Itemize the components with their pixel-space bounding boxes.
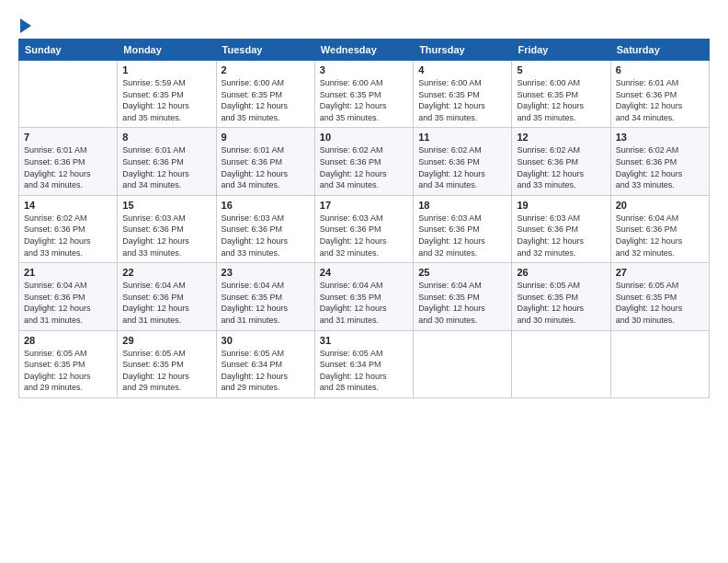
day-number: 24 [320, 267, 408, 278]
week-row-5: 28Sunrise: 6:05 AM Sunset: 6:35 PM Dayli… [19, 330, 710, 397]
day-number: 22 [122, 267, 210, 278]
day-number: 13 [616, 132, 704, 143]
day-number: 25 [418, 267, 506, 278]
day-cell: 16Sunrise: 6:03 AM Sunset: 6:36 PM Dayli… [216, 195, 314, 262]
day-detail: Sunrise: 6:03 AM Sunset: 6:36 PM Dayligh… [222, 213, 310, 259]
day-detail: Sunrise: 6:04 AM Sunset: 6:35 PM Dayligh… [222, 280, 310, 326]
day-detail: Sunrise: 6:05 AM Sunset: 6:35 PM Dayligh… [517, 280, 605, 326]
day-number: 28 [24, 335, 112, 346]
day-number: 9 [222, 132, 310, 143]
day-number: 10 [320, 132, 408, 143]
day-cell: 6Sunrise: 6:01 AM Sunset: 6:36 PM Daylig… [610, 61, 709, 128]
day-detail: Sunrise: 6:04 AM Sunset: 6:36 PM Dayligh… [122, 280, 210, 326]
day-number: 23 [222, 267, 310, 278]
day-cell: 25Sunrise: 6:04 AM Sunset: 6:35 PM Dayli… [414, 263, 512, 330]
day-cell [19, 61, 118, 128]
day-number: 20 [616, 200, 704, 211]
day-detail: Sunrise: 6:04 AM Sunset: 6:36 PM Dayligh… [24, 280, 112, 326]
logo [18, 18, 31, 33]
day-number: 27 [616, 267, 704, 278]
day-cell: 27Sunrise: 6:05 AM Sunset: 6:35 PM Dayli… [610, 263, 709, 330]
day-number: 1 [122, 64, 210, 75]
day-number: 6 [616, 64, 704, 75]
day-detail: Sunrise: 6:05 AM Sunset: 6:35 PM Dayligh… [616, 280, 704, 326]
day-cell: 10Sunrise: 6:02 AM Sunset: 6:36 PM Dayli… [314, 128, 413, 195]
day-detail: Sunrise: 6:05 AM Sunset: 6:34 PM Dayligh… [320, 348, 408, 394]
day-detail: Sunrise: 6:01 AM Sunset: 6:36 PM Dayligh… [616, 77, 704, 123]
day-cell: 28Sunrise: 6:05 AM Sunset: 6:35 PM Dayli… [19, 330, 118, 397]
day-number: 4 [418, 64, 506, 75]
day-detail: Sunrise: 6:04 AM Sunset: 6:36 PM Dayligh… [616, 213, 704, 259]
day-number: 21 [24, 267, 112, 278]
day-number: 29 [122, 335, 210, 346]
day-cell: 19Sunrise: 6:03 AM Sunset: 6:36 PM Dayli… [512, 195, 610, 262]
week-row-1: 1Sunrise: 5:59 AM Sunset: 6:35 PM Daylig… [19, 61, 710, 128]
day-cell [610, 330, 709, 397]
day-cell: 29Sunrise: 6:05 AM Sunset: 6:35 PM Dayli… [118, 330, 216, 397]
day-detail: Sunrise: 6:03 AM Sunset: 6:36 PM Dayligh… [320, 213, 408, 259]
day-cell: 18Sunrise: 6:03 AM Sunset: 6:36 PM Dayli… [414, 195, 512, 262]
weekday-header-wednesday: Wednesday [314, 40, 413, 61]
day-cell: 17Sunrise: 6:03 AM Sunset: 6:36 PM Dayli… [314, 195, 413, 262]
weekday-header-friday: Friday [512, 40, 610, 61]
day-cell: 21Sunrise: 6:04 AM Sunset: 6:36 PM Dayli… [19, 263, 118, 330]
day-cell [414, 330, 512, 397]
day-cell: 14Sunrise: 6:02 AM Sunset: 6:36 PM Dayli… [19, 195, 118, 262]
calendar-table: SundayMondayTuesdayWednesdayThursdayFrid… [18, 39, 710, 398]
day-detail: Sunrise: 6:00 AM Sunset: 6:35 PM Dayligh… [517, 77, 605, 123]
day-cell: 20Sunrise: 6:04 AM Sunset: 6:36 PM Dayli… [610, 195, 709, 262]
day-detail: Sunrise: 6:05 AM Sunset: 6:35 PM Dayligh… [24, 348, 112, 394]
weekday-header-monday: Monday [118, 40, 216, 61]
day-detail: Sunrise: 6:04 AM Sunset: 6:35 PM Dayligh… [418, 280, 506, 326]
day-detail: Sunrise: 6:05 AM Sunset: 6:35 PM Dayligh… [122, 348, 210, 394]
day-number: 26 [517, 267, 605, 278]
day-detail: Sunrise: 6:00 AM Sunset: 6:35 PM Dayligh… [222, 77, 310, 123]
day-number: 30 [222, 335, 310, 346]
day-detail: Sunrise: 6:02 AM Sunset: 6:36 PM Dayligh… [517, 144, 605, 190]
day-number: 11 [418, 132, 506, 143]
week-row-3: 14Sunrise: 6:02 AM Sunset: 6:36 PM Dayli… [19, 195, 710, 262]
logo-line1 [18, 18, 31, 33]
day-number: 7 [24, 132, 112, 143]
day-detail: Sunrise: 6:01 AM Sunset: 6:36 PM Dayligh… [122, 144, 210, 190]
header [18, 18, 710, 33]
day-detail: Sunrise: 6:03 AM Sunset: 6:36 PM Dayligh… [418, 213, 506, 259]
day-detail: Sunrise: 6:03 AM Sunset: 6:36 PM Dayligh… [517, 213, 605, 259]
day-number: 2 [222, 64, 310, 75]
day-cell: 26Sunrise: 6:05 AM Sunset: 6:35 PM Dayli… [512, 263, 610, 330]
day-cell: 22Sunrise: 6:04 AM Sunset: 6:36 PM Dayli… [118, 263, 216, 330]
day-cell: 2Sunrise: 6:00 AM Sunset: 6:35 PM Daylig… [216, 61, 314, 128]
day-cell: 3Sunrise: 6:00 AM Sunset: 6:35 PM Daylig… [314, 61, 413, 128]
day-cell: 12Sunrise: 6:02 AM Sunset: 6:36 PM Dayli… [512, 128, 610, 195]
day-cell: 23Sunrise: 6:04 AM Sunset: 6:35 PM Dayli… [216, 263, 314, 330]
day-detail: Sunrise: 6:02 AM Sunset: 6:36 PM Dayligh… [616, 144, 704, 190]
day-cell: 31Sunrise: 6:05 AM Sunset: 6:34 PM Dayli… [314, 330, 413, 397]
day-cell: 13Sunrise: 6:02 AM Sunset: 6:36 PM Dayli… [610, 128, 709, 195]
day-cell: 9Sunrise: 6:01 AM Sunset: 6:36 PM Daylig… [216, 128, 314, 195]
day-cell: 7Sunrise: 6:01 AM Sunset: 6:36 PM Daylig… [19, 128, 118, 195]
day-number: 5 [517, 64, 605, 75]
day-detail: Sunrise: 6:02 AM Sunset: 6:36 PM Dayligh… [320, 144, 408, 190]
page: SundayMondayTuesdayWednesdayThursdayFrid… [0, 0, 728, 408]
day-number: 18 [418, 200, 506, 211]
day-number: 19 [517, 200, 605, 211]
weekday-header-sunday: Sunday [19, 40, 118, 61]
day-number: 16 [222, 200, 310, 211]
day-number: 12 [517, 132, 605, 143]
day-cell: 30Sunrise: 6:05 AM Sunset: 6:34 PM Dayli… [216, 330, 314, 397]
day-number: 17 [320, 200, 408, 211]
day-detail: Sunrise: 6:05 AM Sunset: 6:34 PM Dayligh… [222, 348, 310, 394]
weekday-header-saturday: Saturday [610, 40, 709, 61]
day-cell: 5Sunrise: 6:00 AM Sunset: 6:35 PM Daylig… [512, 61, 610, 128]
day-number: 8 [122, 132, 210, 143]
day-detail: Sunrise: 6:04 AM Sunset: 6:35 PM Dayligh… [320, 280, 408, 326]
weekday-header-row: SundayMondayTuesdayWednesdayThursdayFrid… [19, 40, 710, 61]
day-detail: Sunrise: 6:01 AM Sunset: 6:36 PM Dayligh… [222, 144, 310, 190]
day-detail: Sunrise: 6:03 AM Sunset: 6:36 PM Dayligh… [122, 213, 210, 259]
day-cell [512, 330, 610, 397]
week-row-2: 7Sunrise: 6:01 AM Sunset: 6:36 PM Daylig… [19, 128, 710, 195]
day-detail: Sunrise: 6:02 AM Sunset: 6:36 PM Dayligh… [418, 144, 506, 190]
day-number: 3 [320, 64, 408, 75]
week-row-4: 21Sunrise: 6:04 AM Sunset: 6:36 PM Dayli… [19, 263, 710, 330]
day-number: 15 [122, 200, 210, 211]
